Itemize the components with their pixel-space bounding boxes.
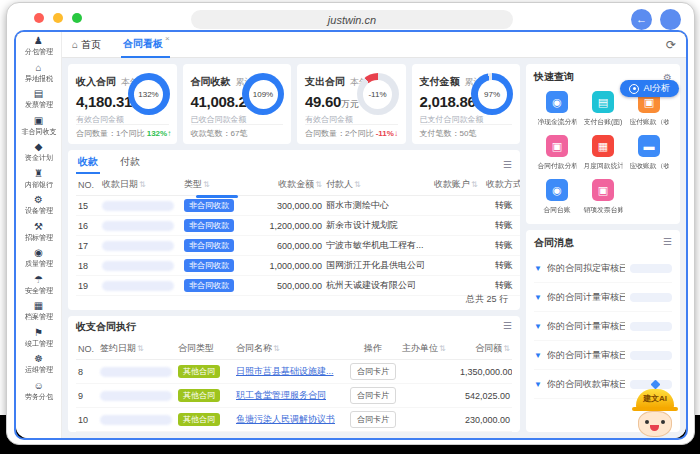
sidebar-item-funds-plan[interactable]: ◆资金计划 [16, 139, 61, 166]
progress-ring-label: 109% [249, 80, 278, 109]
column-header[interactable]: 付款人⇅ [324, 174, 432, 196]
ai-assistant-mascot[interactable]: 建文AI [627, 381, 683, 437]
card-title: 支付金额 [420, 76, 460, 87]
sidebar-item-completion[interactable]: ⚑竣工管理 [16, 325, 61, 352]
cell-no: 10 [76, 408, 98, 432]
progress-ring-label: 97% [478, 80, 507, 109]
sidebar-item-label: 内部银行 [24, 179, 52, 189]
card-footer-yoy-value: -11%↓ [376, 129, 398, 138]
cell-type: 非合同收款 [182, 216, 248, 236]
quick-query-item[interactable]: ▣合同付款分析(... [534, 135, 580, 171]
sidebar-item-labor[interactable]: ☺劳务分包 [16, 378, 61, 405]
cell-payer: 新余市设计规划院 [324, 216, 432, 236]
sort-icon: ⇅ [354, 180, 361, 189]
tab-contract-board[interactable]: 合同看板 × [121, 32, 170, 58]
progress-ring: 132% [128, 73, 170, 115]
sidebar-item-equipment[interactable]: ⚙设备管理 [16, 192, 61, 219]
contract-name-link[interactable]: 鱼塘污染人民调解协议书 [236, 414, 335, 424]
cell-date [98, 408, 176, 432]
message-item[interactable]: ▼你的合同计量审核已... [534, 312, 672, 341]
sidebar-item-invoice[interactable]: ▤发票管理 [16, 86, 61, 113]
column-header[interactable]: 类型⇅ [182, 174, 248, 196]
quick-query-item[interactable]: ▣销项发票台账(... [580, 179, 626, 215]
sidebar-item-bidding[interactable]: ⚒招标管理 [16, 219, 61, 246]
quick-query-label: 应付账款（收... [629, 117, 668, 126]
cell-account [432, 236, 484, 256]
redacted-date [100, 367, 172, 377]
column-header: 操作 [346, 338, 400, 360]
cell-date [98, 384, 176, 408]
sidebar-item-label: 发票管理 [24, 100, 52, 110]
back-button[interactable]: ← [631, 9, 652, 30]
sidebar-item-non-contract[interactable]: ▣非合同收支 [16, 113, 61, 140]
sidebar-item-internal-bank[interactable]: ♜内部银行 [16, 166, 61, 193]
quick-query-item[interactable]: ◉合同台账 [534, 179, 580, 215]
contract-name-link[interactable]: 职工食堂管理服务合同 [236, 390, 326, 400]
table-row: 15非合同收款300,000.00丽水市测绘中心转账 [76, 196, 520, 216]
ai-analysis-button[interactable]: AI分析 [620, 80, 679, 97]
quick-query-item[interactable]: ▦月度回款统计(... [580, 135, 626, 171]
menu-icon[interactable]: ☰ [503, 320, 512, 335]
column-header[interactable]: 收款金额⇅ [248, 174, 324, 196]
safety-icon: ☂ [34, 274, 43, 285]
message-item[interactable]: ▼你的合同拟定审核已... [534, 254, 672, 283]
sidebar-item-subcontract[interactable]: ♟分包管理 [16, 33, 61, 60]
cell-method: 转账 [484, 236, 520, 256]
card-footer-left: 收款笔数：67笔 [191, 128, 248, 139]
quick-query-item[interactable]: ▬应收账款（收... [626, 135, 672, 171]
table-row: 16非合同收款1,200,000.00新余市设计规划院转账 [76, 216, 520, 236]
sidebar-item-operations[interactable]: ☸运维管理 [16, 351, 61, 378]
sidebar-item-label: 竣工管理 [24, 338, 52, 348]
contract-name-link[interactable]: 日照市莒县基础设施建... [236, 366, 334, 376]
refresh-icon[interactable]: ⟳ [666, 38, 676, 52]
zoom-window-button[interactable] [72, 13, 82, 23]
mascot-label: 建文AI [643, 393, 667, 404]
address-bar[interactable]: justwin.cn [191, 10, 513, 29]
sidebar-item-archive[interactable]: ▦档案管理 [16, 298, 61, 325]
type-badge: 其他合同 [178, 365, 220, 378]
tab-payments[interactable]: 付款 [118, 155, 142, 174]
sidebar-item-safety[interactable]: ☂安全管理 [16, 272, 61, 299]
sidebar-item-remote-tax[interactable]: ⌂异地报税 [16, 60, 61, 87]
column-header[interactable]: 签约日期⇅ [98, 338, 176, 360]
card-title: 合同收款 [191, 76, 231, 87]
card-footer: 合同数量：1个同比 132%↑ [76, 128, 169, 139]
tab-receipts[interactable]: 收款 [76, 155, 100, 174]
sort-icon: ⇅ [439, 344, 446, 353]
column-header[interactable]: 收款方式⇅ [484, 174, 520, 196]
profile-button[interactable] [660, 9, 681, 30]
message-item[interactable]: ▼你的合同计量审核已... [534, 341, 672, 370]
quick-query-item[interactable]: ▤支付台账(图) [580, 91, 626, 127]
minimize-window-button[interactable] [53, 13, 63, 23]
cell-amount: 1,200,000.00 [248, 216, 324, 236]
message-item[interactable]: ▼你的合同计量审核已... [534, 283, 672, 312]
tab-home-label: 首页 [81, 38, 101, 52]
subcontract-icon: ♟ [34, 35, 43, 46]
cell-amount: 600,000.00 [248, 236, 324, 256]
close-window-button[interactable] [34, 13, 44, 23]
quick-query-item[interactable]: ◉净现金流分析(... [534, 91, 580, 127]
contract-card-button[interactable]: 合同卡片 [350, 411, 396, 428]
close-tab-icon[interactable]: × [165, 34, 170, 43]
contract-card-button[interactable]: 合同卡片 [350, 363, 396, 380]
menu-icon[interactable]: ☰ [663, 236, 672, 251]
bell-icon: ◉ [546, 179, 568, 201]
contracts-table: NO.签约日期⇅合同类型合同名称⇅操作主办单位⇅合同额⇅ 8其他合同日照市莒县基… [76, 338, 512, 432]
card-icon: ▬ [638, 135, 660, 157]
column-header[interactable]: 主办单位⇅ [400, 338, 458, 360]
column-header[interactable]: 合同额⇅ [458, 338, 512, 360]
cell-unit [400, 408, 458, 432]
column-header[interactable]: 收款日期⇅ [100, 174, 182, 196]
column-header[interactable]: 合同名称⇅ [234, 338, 346, 360]
sidebar-item-quality[interactable]: ◉质量管理 [16, 245, 61, 272]
tab-home[interactable]: ⌂ 首页 [72, 38, 101, 52]
card-divider [191, 124, 284, 125]
cell-type: 其他合同 [176, 384, 234, 408]
cell-date [100, 196, 182, 216]
redacted-date [100, 391, 172, 401]
column-header[interactable]: 收款账户⇅ [432, 174, 484, 196]
contract-card-button[interactable]: 合同卡片 [350, 387, 396, 404]
cell-type: 非合同收款 [182, 276, 248, 296]
table-scrollbar-thumb[interactable] [196, 195, 238, 198]
menu-icon[interactable]: ☰ [503, 159, 512, 174]
